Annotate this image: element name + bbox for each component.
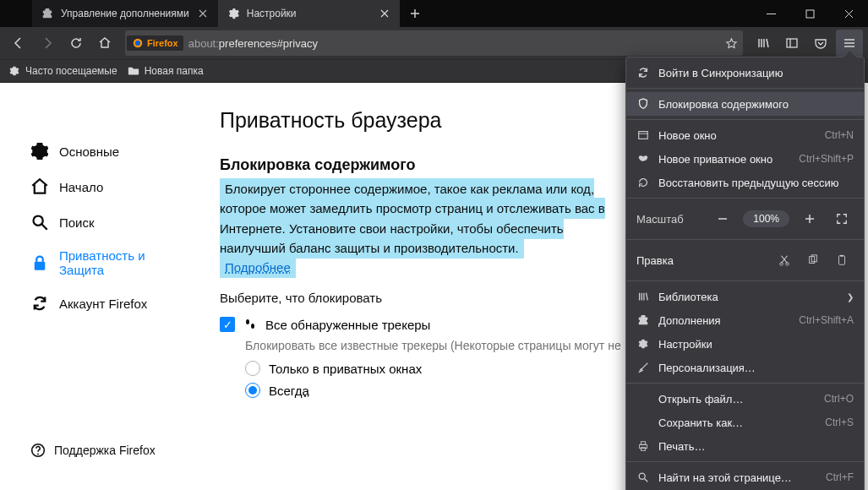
- svg-rect-0: [806, 10, 814, 18]
- menu-edit-row: Правка: [626, 243, 864, 277]
- sidebar-item-privacy[interactable]: Приватность иЗащита: [25, 240, 186, 286]
- svg-rect-18: [641, 442, 645, 445]
- close-icon[interactable]: [378, 7, 391, 20]
- menu-item-restore-session[interactable]: Восстановить предыдущую сессию: [626, 171, 864, 194]
- menu-item-customize[interactable]: Персонализация…: [626, 356, 864, 379]
- search-icon: [636, 471, 650, 484]
- app-menu-panel: Войти в Синхронизацию Блокировка содержи…: [625, 57, 865, 490]
- window-icon: [636, 128, 650, 142]
- learn-more-link[interactable]: Подробнее: [220, 257, 296, 278]
- forward-button[interactable]: [34, 30, 61, 57]
- new-folder-bookmark[interactable]: Новая папка: [128, 65, 204, 77]
- menu-item-new-private-window[interactable]: Новое приватное окно Ctrl+Shift+P: [626, 147, 864, 171]
- sidebar-item-label: Аккаунт Firefox: [59, 297, 147, 311]
- maximize-button[interactable]: [790, 0, 829, 27]
- svg-point-8: [246, 319, 249, 324]
- folder-icon: [128, 65, 139, 77]
- library-icon: [636, 290, 650, 303]
- url-text: about:preferences#privacy: [188, 37, 318, 50]
- svg-point-7: [37, 454, 39, 455]
- sidebar-item-label: Основные: [59, 144, 119, 159]
- svg-rect-10: [639, 132, 648, 139]
- svg-rect-3: [787, 39, 797, 47]
- print-icon: [636, 439, 650, 453]
- svg-rect-16: [840, 255, 843, 257]
- restore-icon: [636, 176, 650, 189]
- firefox-icon: [132, 37, 144, 49]
- new-tab-button[interactable]: [400, 0, 430, 27]
- menu-item-addons[interactable]: Дополнения Ctrl+Shift+A: [626, 308, 864, 332]
- puzzle-icon: [636, 313, 650, 327]
- fullscreen-button[interactable]: [830, 207, 854, 231]
- svg-rect-5: [35, 262, 46, 270]
- copy-button[interactable]: [801, 248, 825, 272]
- menu-item-print[interactable]: Печать…: [626, 434, 864, 458]
- menu-item-library[interactable]: Библиотека ❯: [626, 285, 864, 308]
- close-window-button[interactable]: [829, 0, 868, 27]
- most-visited-bookmark[interactable]: Часто посещаемые: [8, 65, 117, 77]
- nav-toolbar: Firefox about:preferences#privacy: [0, 27, 868, 59]
- sidebar-button[interactable]: [778, 30, 805, 57]
- svg-rect-15: [839, 256, 845, 265]
- sidebar-item-support[interactable]: Поддержка Firefox: [25, 436, 186, 465]
- reload-button[interactable]: [63, 30, 90, 57]
- svg-point-20: [639, 473, 645, 479]
- brush-icon: [636, 361, 650, 374]
- sidebar-item-search[interactable]: Поиск: [25, 204, 186, 240]
- zoom-reset-button[interactable]: 100%: [743, 210, 789, 227]
- home-button[interactable]: [91, 30, 118, 57]
- menu-item-settings[interactable]: Настройки: [626, 332, 864, 356]
- checkbox-icon: ✓: [220, 317, 235, 332]
- home-icon: [30, 177, 49, 196]
- titlebar: Управление дополнениями Настройки: [0, 0, 868, 27]
- tab-label: Настройки: [247, 8, 371, 19]
- help-icon: [30, 443, 46, 458]
- gear-icon: [8, 65, 20, 77]
- menu-item-new-window[interactable]: Новое окно Ctrl+N: [626, 123, 864, 147]
- menu-item-open-file[interactable]: Открыть файл… Ctrl+O: [626, 387, 864, 411]
- radio-icon: [245, 361, 260, 376]
- zoom-in-button[interactable]: [798, 207, 822, 231]
- radio-label: Всегда: [269, 384, 309, 398]
- sidebar-item-label: Начало: [59, 180, 103, 194]
- puzzle-icon: [41, 7, 54, 20]
- checkbox-label: Все обнаруженные трекеры: [265, 318, 430, 332]
- section-description: Блокирует стороннее содержимое, такое ка…: [220, 179, 617, 277]
- svg-point-9: [251, 324, 254, 329]
- minimize-button[interactable]: [751, 0, 790, 27]
- paste-button[interactable]: [830, 248, 854, 272]
- library-button[interactable]: [750, 30, 777, 57]
- bookmark-label: Новая папка: [145, 65, 204, 77]
- url-bar[interactable]: Firefox about:preferences#privacy: [125, 30, 743, 56]
- pocket-button[interactable]: [807, 30, 834, 57]
- menu-item-save-as[interactable]: Сохранить как… Ctrl+S: [626, 411, 864, 434]
- mask-icon: [636, 152, 650, 166]
- search-icon: [30, 213, 49, 231]
- menu-zoom-row: Масштаб 100%: [626, 202, 864, 236]
- svg-point-4: [34, 216, 43, 226]
- tab-label: Управление дополнениями: [61, 8, 189, 19]
- close-icon[interactable]: [196, 7, 210, 20]
- lock-icon: [30, 253, 49, 272]
- gear-icon: [227, 7, 240, 20]
- sidebar-item-general[interactable]: Основные: [25, 133, 186, 169]
- zoom-out-button[interactable]: [711, 207, 734, 231]
- back-button[interactable]: [5, 30, 32, 57]
- cut-button[interactable]: [772, 248, 796, 272]
- sidebar-item-label: Поиск: [59, 215, 95, 230]
- tab-settings[interactable]: Настройки: [218, 0, 400, 27]
- footsteps-icon: [243, 318, 257, 331]
- gear-icon: [636, 337, 650, 351]
- menu-item-signin[interactable]: Войти в Синхронизацию: [626, 61, 864, 84]
- bookmark-star-icon[interactable]: [725, 37, 738, 50]
- sync-icon: [30, 294, 49, 313]
- gear-icon: [30, 142, 49, 161]
- sidebar-item-account[interactable]: Аккаунт Firefox: [25, 286, 186, 321]
- sidebar-item-home[interactable]: Начало: [25, 169, 186, 204]
- identity-box[interactable]: Firefox: [127, 35, 183, 51]
- radio-label: Только в приватных окнах: [269, 362, 422, 376]
- sidebar-item-label: Приватность иЗащита: [59, 248, 145, 277]
- menu-item-find[interactable]: Найти на этой странице… Ctrl+F: [626, 466, 864, 489]
- tab-addons[interactable]: Управление дополнениями: [32, 0, 218, 27]
- menu-item-content-blocking[interactable]: Блокировка содержимого: [626, 92, 864, 116]
